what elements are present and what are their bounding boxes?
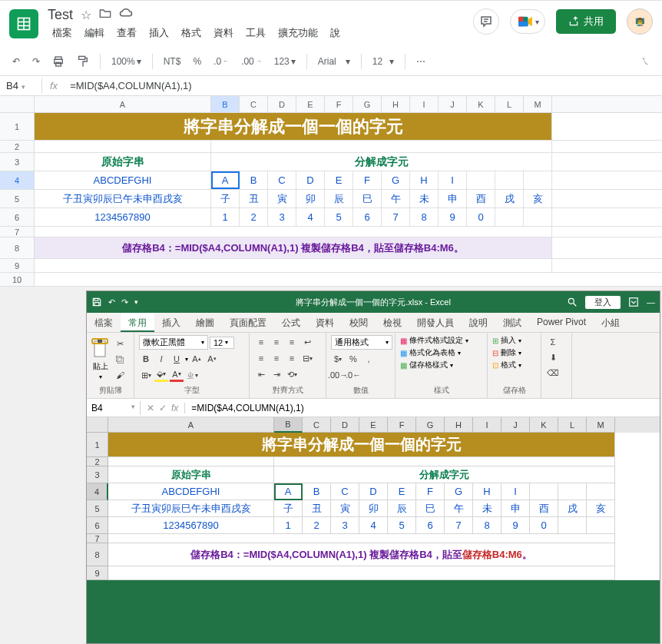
row-header[interactable]: 3 (0, 153, 35, 171)
menu-data[interactable]: 資料 (209, 25, 238, 41)
row-header[interactable]: 7 (0, 227, 35, 237)
cut-icon[interactable]: ✂ (113, 337, 127, 351)
cell[interactable]: 2 (303, 517, 331, 534)
fill-color-icon[interactable]: ⬙▾ (154, 368, 168, 382)
cell[interactable]: 亥 (524, 190, 552, 207)
cell-styles-button[interactable]: ▦儲存格樣式 ▾ (400, 360, 482, 370)
cell[interactable]: 6 (353, 208, 382, 226)
align-left-icon[interactable]: ≡ (254, 351, 268, 365)
row-header[interactable]: 8 (0, 237, 35, 258)
cell[interactable] (35, 259, 552, 272)
formula-input[interactable]: =MID($A4,COLUMN(A1),1) (185, 401, 660, 415)
tab-review[interactable]: 校閱 (342, 313, 376, 332)
cell[interactable]: 6 (416, 517, 445, 534)
col-header[interactable]: E (296, 96, 325, 112)
menu-edit[interactable]: 編輯 (80, 25, 109, 41)
phonetic-icon[interactable]: ㄓ▾ (185, 368, 199, 382)
col-header[interactable]: B (211, 96, 240, 112)
col-header[interactable]: H (382, 96, 410, 112)
cell[interactable] (108, 566, 615, 580)
cell[interactable]: B (240, 171, 268, 189)
col-header[interactable]: K (467, 96, 495, 112)
cell[interactable] (495, 171, 524, 189)
menu-help[interactable]: 說 (326, 25, 345, 41)
col-header[interactable]: G (353, 96, 382, 112)
wrap-text-icon[interactable]: ↩ (300, 335, 314, 349)
save-icon[interactable] (91, 297, 102, 307)
cell[interactable]: E (388, 483, 416, 500)
cell[interactable] (530, 483, 558, 500)
cell[interactable]: 丑 (240, 190, 268, 207)
col-header[interactable]: I (410, 96, 439, 112)
autosum-icon[interactable]: Σ (546, 335, 560, 349)
col-header[interactable]: B (274, 417, 303, 433)
cell[interactable] (524, 208, 552, 226)
cell[interactable]: 1 (274, 517, 303, 534)
cell[interactable] (587, 517, 615, 534)
col-header[interactable]: M (587, 417, 615, 433)
row-header[interactable]: 9 (87, 566, 108, 580)
merge-icon[interactable]: ⊟▾ (300, 351, 314, 365)
row-header[interactable]: 10 (0, 273, 35, 286)
row-header[interactable]: 1 (87, 433, 108, 457)
cell[interactable]: 9 (501, 517, 530, 534)
cell[interactable]: 1 (211, 208, 240, 226)
font-size-dropdown[interactable]: 12▾ (210, 337, 234, 349)
col-header[interactable]: C (303, 417, 331, 433)
cell[interactable]: H (410, 171, 439, 189)
cell[interactable]: 5 (325, 208, 353, 226)
share-button[interactable]: 共用 (556, 9, 616, 34)
cell[interactable]: 1234567890 (35, 208, 211, 226)
number-format-dropdown[interactable]: 123 ▾ (270, 53, 300, 70)
delete-cells-button[interactable]: ⊟刪除 ▾ (492, 347, 536, 358)
redo-icon[interactable]: ↷ (28, 53, 45, 70)
cell[interactable]: 7 (445, 517, 473, 534)
percent-icon[interactable]: % (346, 352, 360, 366)
fill-icon[interactable]: ⬇ (546, 350, 560, 364)
cell[interactable]: 丑 (303, 500, 331, 517)
menu-tools[interactable]: 工具 (241, 25, 270, 41)
cell[interactable]: 戌 (558, 500, 587, 517)
tab-data[interactable]: 資料 (308, 313, 342, 332)
col-header[interactable]: E (359, 417, 388, 433)
align-right-icon[interactable]: ≡ (285, 351, 299, 365)
decrease-indent-icon[interactable]: ⇤ (254, 367, 268, 381)
select-all-corner[interactable] (87, 417, 108, 433)
number-format-dropdown[interactable]: 通用格式▾ (331, 335, 392, 350)
cell[interactable] (211, 141, 552, 152)
row-header[interactable]: 5 (0, 190, 35, 207)
minimize-icon[interactable]: — (647, 297, 655, 307)
cell[interactable]: 8 (410, 208, 439, 226)
undo-icon[interactable]: ↶ (108, 297, 115, 307)
cell[interactable]: ABCDEFGHI (35, 171, 211, 189)
row-header[interactable]: 4 (0, 171, 35, 189)
tab-file[interactable]: 檔案 (87, 313, 121, 332)
cell[interactable] (524, 171, 552, 189)
selected-cell[interactable]: A (274, 483, 303, 500)
col-header[interactable]: F (325, 96, 353, 112)
increase-font-icon[interactable]: A▴ (190, 352, 204, 366)
align-middle-icon[interactable]: ≡ (270, 335, 283, 349)
cell[interactable] (274, 457, 615, 466)
col-header[interactable]: D (268, 96, 296, 112)
row-header[interactable]: 5 (87, 500, 108, 517)
cell[interactable]: B (303, 483, 331, 500)
tab-layout[interactable]: 頁面配置 (222, 313, 274, 332)
cell[interactable]: D (359, 483, 388, 500)
cell[interactable]: 子丑寅卯辰巳午未申酉戌亥 (35, 190, 211, 207)
move-icon[interactable] (99, 8, 111, 22)
cell[interactable]: G (445, 483, 473, 500)
cell[interactable]: 巳 (353, 190, 382, 207)
col-header[interactable]: A (108, 417, 274, 433)
row-header[interactable]: 4 (87, 483, 108, 500)
tab-team[interactable]: 小組 (594, 313, 627, 332)
cell[interactable]: 午 (382, 190, 410, 207)
cell[interactable]: 酉 (467, 190, 495, 207)
cell[interactable]: F (416, 483, 445, 500)
increase-indent-icon[interactable]: ⇥ (270, 367, 283, 381)
cell[interactable]: 0 (467, 208, 495, 226)
col-header[interactable]: M (524, 96, 552, 112)
cell[interactable]: 申 (501, 500, 530, 517)
col-header[interactable]: I (473, 417, 501, 433)
cell[interactable]: 4 (296, 208, 325, 226)
